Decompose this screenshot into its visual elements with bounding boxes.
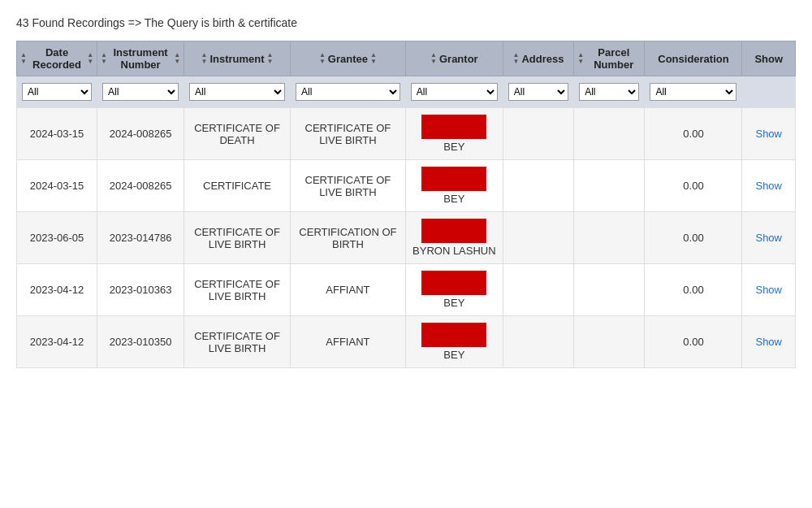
show-link[interactable]: Show [755,232,782,244]
filter-parcel[interactable]: All [574,76,645,108]
redacted-block [421,115,486,139]
header-grantor[interactable]: ▲▼ Grantor [405,41,503,76]
grantor-name: BEY [443,349,464,361]
sort-arrows-grantee2[interactable]: ▲▼ [370,52,377,65]
sort-arrows-address[interactable]: ▲▼ [513,52,520,65]
cell-instrument-number: 2024-008265 [97,160,184,212]
cell-parcel-number [574,160,645,212]
query-info: 43 Found Recordings => The Query is birt… [16,16,796,29]
grantor-name: BEY [443,193,464,205]
sort-arrows-instnum2[interactable]: ▲▼ [174,52,180,65]
filter-date[interactable]: All [17,76,97,108]
table-row: 2023-06-052023-014786CERTIFICATE OF LIVE… [17,212,796,264]
header-show: Show [742,41,796,76]
filter-instrument-select[interactable]: All [189,83,285,101]
show-link[interactable]: Show [755,336,782,348]
cell-instrument: CERTIFICATE [184,160,291,212]
filter-grantor[interactable]: All [405,76,503,108]
filter-parcel-select[interactable]: All [579,83,639,101]
cell-instrument: CERTIFICATE OF LIVE BIRTH [184,264,291,316]
cell-grantee: CERTIFICATION OF BIRTH [290,212,405,264]
cell-consideration: 0.00 [645,160,742,212]
cell-instrument-number: 2023-014786 [97,212,184,264]
sort-arrows-parcel[interactable]: ▲▼ [577,52,584,65]
header-address[interactable]: ▲▼ Address [503,41,573,76]
cell-date-recorded: 2023-06-05 [17,212,97,264]
filter-instnum-select[interactable]: All [102,83,179,101]
cell-parcel-number [574,264,645,316]
sort-arrows-date2[interactable]: ▲▼ [87,52,93,65]
filter-address-select[interactable]: All [508,83,568,101]
grantor-name: BEY [443,141,464,153]
cell-show[interactable]: Show [742,316,796,368]
header-grantee[interactable]: ▲▼ Grantee ▲▼ [290,41,405,76]
sort-arrows-grantee[interactable]: ▲▼ [319,52,326,65]
filter-row: All All All All [17,76,796,108]
redacted-block [421,167,486,191]
cell-show[interactable]: Show [742,108,796,160]
cell-show[interactable]: Show [742,160,796,212]
cell-parcel-number [574,108,645,160]
cell-grantor: BEY [405,160,503,212]
cell-instrument: CERTIFICATE OF LIVE BIRTH [184,316,291,368]
cell-grantor: BYRON LASHUN [405,212,503,264]
filter-consideration[interactable]: All [645,76,742,108]
filter-grantee-select[interactable]: All [296,83,400,101]
cell-instrument-number: 2023-010363 [97,264,184,316]
cell-address [503,160,573,212]
sort-arrows-inst[interactable]: ▲▼ [201,52,208,65]
show-link[interactable]: Show [755,128,782,140]
filter-show-empty [742,76,796,108]
filter-date-select[interactable]: All [22,83,92,101]
table-body: 2024-03-152024-008265CERTIFICATE OF DEAT… [17,108,796,368]
header-instrument[interactable]: ▲▼ Instrument ▲▼ [184,41,291,76]
cell-parcel-number [574,212,645,264]
cell-date-recorded: 2024-03-15 [17,160,97,212]
grantor-name: BEY [443,297,464,309]
cell-address [503,108,573,160]
redacted-block [421,219,486,243]
redacted-block [421,323,486,347]
header-consideration[interactable]: Consideration [645,41,742,76]
table-row: 2023-04-122023-010363CERTIFICATE OF LIVE… [17,264,796,316]
show-link[interactable]: Show [755,284,782,296]
cell-parcel-number [574,316,645,368]
cell-consideration: 0.00 [645,264,742,316]
cell-consideration: 0.00 [645,108,742,160]
grantor-name: BYRON LASHUN [412,245,496,257]
cell-date-recorded: 2024-03-15 [17,108,97,160]
sort-arrows-inst2[interactable]: ▲▼ [267,52,274,65]
table-row: 2024-03-152024-008265CERTIFICATE OF DEAT… [17,108,796,160]
header-row: ▲▼ Date Recorded ▲▼ ▲▼ Instrument Number… [17,41,796,76]
table-row: 2024-03-152024-008265CERTIFICATECERTIFIC… [17,160,796,212]
cell-grantor: BEY [405,316,503,368]
cell-show[interactable]: Show [742,264,796,316]
results-table: ▲▼ Date Recorded ▲▼ ▲▼ Instrument Number… [16,41,796,368]
cell-show[interactable]: Show [742,212,796,264]
cell-grantor: BEY [405,108,503,160]
redacted-block [421,271,486,295]
header-date-recorded[interactable]: ▲▼ Date Recorded ▲▼ [17,41,97,76]
cell-address [503,264,573,316]
sort-arrows-date[interactable]: ▲▼ [20,52,27,65]
cell-grantee: CERTIFICATE OF LIVE BIRTH [290,108,405,160]
show-link[interactable]: Show [755,180,782,192]
filter-grantee[interactable]: All [290,76,405,108]
sort-arrows-instnum[interactable]: ▲▼ [101,52,107,65]
header-parcel-number[interactable]: ▲▼ Parcel Number [574,41,645,76]
cell-consideration: 0.00 [645,212,742,264]
table-row: 2023-04-122023-010350CERTIFICATE OF LIVE… [17,316,796,368]
cell-grantor: BEY [405,264,503,316]
filter-inst-num[interactable]: All [97,76,184,108]
cell-grantee: AFFIANT [290,264,405,316]
filter-address[interactable]: All [503,76,573,108]
filter-instrument[interactable]: All [184,76,291,108]
cell-consideration: 0.00 [645,316,742,368]
cell-instrument: CERTIFICATE OF LIVE BIRTH [184,212,291,264]
header-instrument-number[interactable]: ▲▼ Instrument Number ▲▼ [97,41,184,76]
filter-consideration-select[interactable]: All [650,83,736,101]
sort-arrows-grantor[interactable]: ▲▼ [430,52,437,65]
cell-date-recorded: 2023-04-12 [17,316,97,368]
filter-grantor-select[interactable]: All [411,83,498,101]
cell-instrument-number: 2023-010350 [97,316,184,368]
